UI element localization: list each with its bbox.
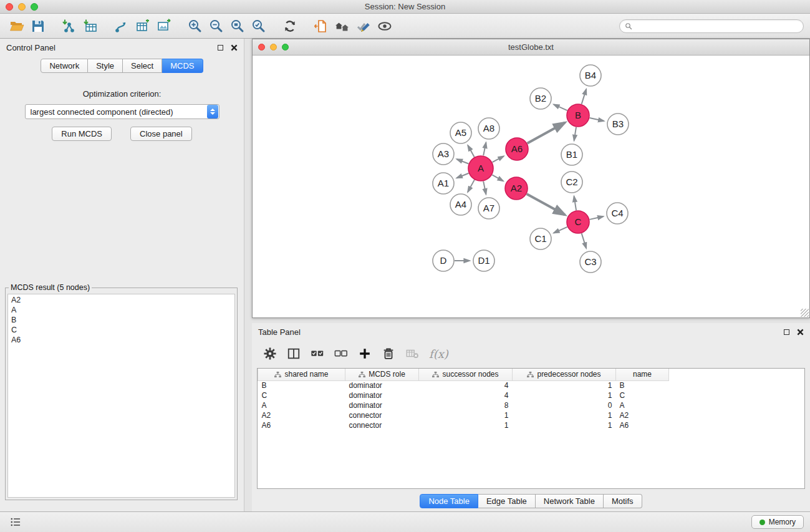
refresh-button[interactable] <box>279 16 301 36</box>
column-header-successor-nodes[interactable]: successor nodes <box>419 369 513 380</box>
network-node-C[interactable]: C <box>567 211 589 233</box>
tab-mcds[interactable]: MCDS <box>162 59 203 73</box>
table-float-panel-icon[interactable] <box>784 329 789 335</box>
network-edge[interactable] <box>582 233 586 248</box>
network-node-A1[interactable]: A1 <box>433 173 454 194</box>
search-field[interactable] <box>619 19 804 33</box>
column-header-mcds-role[interactable]: MCDS role <box>345 369 419 380</box>
add-column-button[interactable] <box>355 344 374 363</box>
result-item[interactable]: A <box>8 305 234 315</box>
network-edge[interactable] <box>527 194 565 215</box>
network-minimize-button[interactable] <box>270 44 277 51</box>
delete-table-button[interactable] <box>403 344 422 363</box>
import-table-button[interactable] <box>80 16 101 36</box>
network-edge[interactable] <box>483 181 486 195</box>
table-row[interactable]: Cdominator41C <box>258 390 805 400</box>
mcds-result-list[interactable]: A2ABCA6 <box>7 294 235 498</box>
float-panel-icon[interactable] <box>218 45 223 51</box>
show-log-button[interactable] <box>6 513 25 531</box>
network-edge[interactable] <box>528 123 565 143</box>
open-file-button[interactable] <box>6 16 27 36</box>
zoom-fit-button[interactable] <box>227 16 248 36</box>
network-node-B1[interactable]: B1 <box>561 144 582 165</box>
column-header-shared-name[interactable]: shared name <box>258 369 345 380</box>
result-item[interactable]: C <box>8 325 234 335</box>
table-row[interactable]: A2connector11A2 <box>258 410 805 420</box>
network-node-B[interactable]: B <box>567 104 589 127</box>
network-edge[interactable] <box>574 196 577 211</box>
network-node-C2[interactable]: C2 <box>561 172 582 193</box>
run-mcds-button[interactable]: Run MCDS <box>52 127 112 141</box>
zoom-in-button[interactable] <box>185 16 206 36</box>
window-resize-grip[interactable] <box>801 309 809 317</box>
result-item[interactable]: B <box>8 315 234 325</box>
node-table[interactable]: shared name MCDS role successor nodes <box>257 368 805 489</box>
network-edge[interactable] <box>554 227 567 233</box>
network-node-A[interactable]: A <box>468 156 493 181</box>
select-all-button[interactable] <box>308 344 327 363</box>
network-edge[interactable] <box>492 175 503 181</box>
zoom-window-button[interactable] <box>31 3 38 11</box>
network-edge[interactable] <box>493 156 504 162</box>
function-builder-button[interactable]: f(x) <box>427 347 448 360</box>
tab-network[interactable]: Network <box>41 59 88 73</box>
network-edge[interactable] <box>574 127 576 141</box>
validate-style-button[interactable] <box>353 16 374 36</box>
table-close-panel-icon[interactable] <box>797 329 804 336</box>
network-node-A3[interactable]: A3 <box>433 143 454 165</box>
column-header-predecessor-nodes[interactable]: predecessor nodes <box>513 369 616 380</box>
network-node-A8[interactable]: A8 <box>478 118 499 139</box>
home-view-button[interactable] <box>332 16 353 36</box>
network-zoom-button[interactable] <box>282 44 289 51</box>
result-item[interactable]: A2 <box>8 295 234 305</box>
table-row[interactable]: Adominator80A <box>258 400 805 410</box>
network-edge[interactable] <box>468 145 474 157</box>
network-edge[interactable] <box>554 104 567 110</box>
new-network-button[interactable] <box>111 16 132 36</box>
network-node-D[interactable]: D <box>433 250 454 271</box>
network-node-C4[interactable]: C4 <box>607 203 628 224</box>
search-input[interactable] <box>635 22 798 31</box>
network-edge[interactable] <box>590 216 604 220</box>
annotation-button[interactable] <box>311 16 332 36</box>
tab-edge-table[interactable]: Edge Table <box>478 494 536 508</box>
network-node-A6[interactable]: A6 <box>506 138 528 160</box>
network-edge[interactable] <box>456 159 468 163</box>
tab-motifs[interactable]: Motifs <box>604 494 642 508</box>
column-header-name[interactable]: name <box>616 369 669 380</box>
network-node-D1[interactable]: D1 <box>473 250 494 271</box>
network-edge[interactable] <box>582 89 586 104</box>
network-edge[interactable] <box>483 143 486 156</box>
table-row[interactable]: Bdominator41B <box>258 380 805 390</box>
network-close-button[interactable] <box>258 44 265 51</box>
network-node-A2[interactable]: A2 <box>505 177 528 200</box>
delete-column-button[interactable] <box>379 344 398 363</box>
minimize-window-button[interactable] <box>18 3 26 11</box>
save-session-button[interactable] <box>27 16 49 36</box>
network-edge[interactable] <box>590 118 604 121</box>
tab-network-table[interactable]: Network Table <box>536 494 604 508</box>
export-image-button[interactable] <box>153 16 175 36</box>
tab-node-table[interactable]: Node Table <box>420 494 478 508</box>
zoom-out-button[interactable] <box>206 16 227 36</box>
network-node-A7[interactable]: A7 <box>478 198 499 219</box>
network-graph[interactable]: AA1A2A3A4A5A6A7A8BB1B2B3B4CC1C2C3C4DD1 <box>253 56 809 317</box>
network-edge[interactable] <box>468 180 475 191</box>
show-columns-button[interactable] <box>284 344 303 363</box>
deselect-all-button[interactable] <box>332 344 350 363</box>
import-network-button[interactable] <box>59 16 80 36</box>
close-panel-icon[interactable] <box>231 44 238 51</box>
zoom-selected-button[interactable] <box>248 16 269 36</box>
new-table-button[interactable] <box>132 16 153 36</box>
close-window-button[interactable] <box>6 3 13 11</box>
table-row[interactable]: A6connector11A6 <box>258 420 805 430</box>
table-settings-button[interactable] <box>261 344 279 363</box>
network-canvas[interactable]: AA1A2A3A4A5A6A7A8BB1B2B3B4CC1C2C3C4DD1 <box>253 56 809 317</box>
network-node-A5[interactable]: A5 <box>450 122 471 143</box>
result-item[interactable]: A6 <box>8 335 234 345</box>
tab-select[interactable]: Select <box>123 59 162 73</box>
close-panel-button[interactable]: Close panel <box>130 127 192 141</box>
network-node-B2[interactable]: B2 <box>530 88 551 109</box>
network-node-A4[interactable]: A4 <box>450 194 471 215</box>
network-node-C1[interactable]: C1 <box>530 228 551 249</box>
